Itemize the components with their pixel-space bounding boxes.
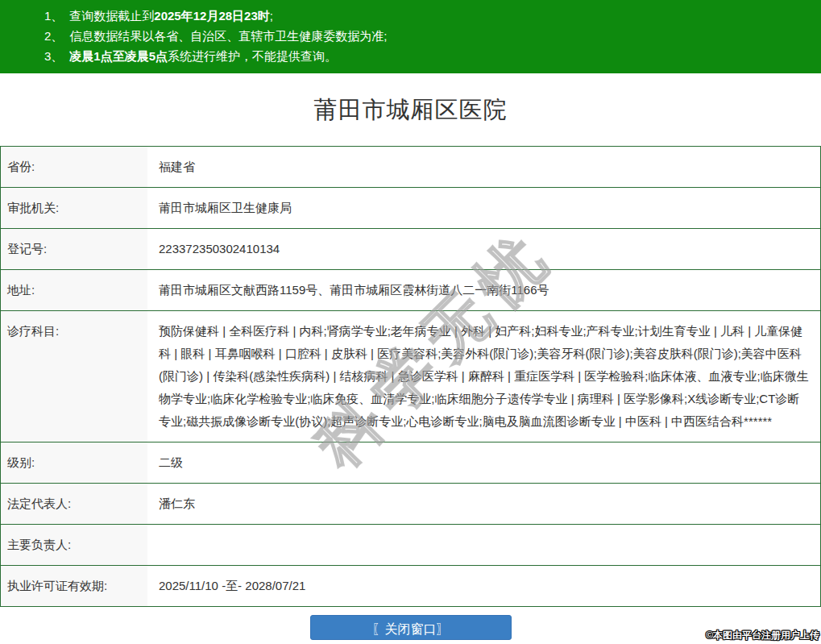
notice-line-bold: 凌晨1点至凌晨5点: [69, 49, 168, 63]
table-row-medical-subjects: 诊疗科目: 预防保健科 | 全科医疗科 | 内科;肾病学专业;老年病专业 | 外…: [1, 311, 821, 442]
row-label: 审批机关:: [1, 188, 148, 229]
row-value: 莆田市城厢区文献西路1159号、莆田市城厢区霞林街道八二一南街1166号: [147, 270, 821, 311]
row-label: 地址:: [1, 270, 148, 311]
table-row-address: 地址: 莆田市城厢区文献西路1159号、莆田市城厢区霞林街道八二一南街1166号: [1, 270, 821, 311]
row-value: 潘仁东: [147, 484, 821, 525]
hospital-info-table: 省份: 福建省 审批机关: 莆田市城厢区卫生健康局 登记号: 223372350…: [0, 146, 821, 607]
table-row-legal-representative: 法定代表人: 潘仁东: [1, 484, 821, 525]
button-row: 〖关闭窗口〗: [0, 615, 821, 640]
row-value: [147, 525, 821, 566]
notice-line-1: 1、查询数据截止到2025年12月28日23时;: [44, 6, 813, 26]
notice-line-number: 1、: [44, 6, 63, 26]
table-row-approval-authority: 审批机关: 莆田市城厢区卫生健康局: [1, 188, 821, 229]
row-label: 级别:: [1, 442, 148, 484]
notice-line-tail: 系统进行维护，不能提供查询。: [168, 49, 337, 63]
row-label: 诊疗科目:: [1, 311, 148, 442]
notice-banner: 1、查询数据截止到2025年12月28日23时; 2、信息数据结果以各省、自治区…: [0, 0, 821, 73]
row-label: 法定代表人:: [1, 484, 148, 525]
row-value: 2025/11/10 -至- 2028/07/21: [147, 566, 821, 607]
table-row-registration-number: 登记号: 223372350302410134: [1, 229, 821, 270]
page-title: 莆田市城厢区医院: [0, 94, 821, 127]
upload-note: ©本图由平台注册用户上传: [706, 629, 819, 642]
notice-line-tail: ;: [270, 9, 273, 23]
close-window-button[interactable]: 〖关闭窗口〗: [310, 615, 512, 640]
table-row-province: 省份: 福建省: [1, 147, 821, 188]
table-row-level: 级别: 二级: [1, 442, 821, 484]
notice-line-text: 查询数据截止到: [69, 9, 154, 23]
row-label: 登记号:: [1, 229, 148, 270]
row-label: 执业许可证有效期:: [1, 566, 148, 607]
table-row-main-person-in-charge: 主要负责人:: [1, 525, 821, 566]
notice-line-text: 信息数据结果以各省、自治区、直辖市卫生健康委数据为准;: [69, 29, 387, 43]
row-value: 预防保健科 | 全科医疗科 | 内科;肾病学专业;老年病专业 | 外科 | 妇产…: [147, 311, 821, 442]
row-label: 主要负责人:: [1, 525, 148, 566]
notice-line-bold: 2025年12月28日23时: [154, 9, 269, 23]
row-value: 莆田市城厢区卫生健康局: [147, 188, 821, 229]
table-row-license-validity: 执业许可证有效期: 2025/11/10 -至- 2028/07/21: [1, 566, 821, 607]
row-value: 二级: [147, 442, 821, 484]
notice-line-number: 3、: [44, 46, 63, 66]
notice-line-number: 2、: [44, 26, 63, 46]
row-label: 省份:: [1, 147, 148, 188]
row-value: 223372350302410134: [147, 229, 821, 270]
notice-line-3: 3、凌晨1点至凌晨5点系统进行维护，不能提供查询。: [44, 46, 813, 66]
notice-line-2: 2、信息数据结果以各省、自治区、直辖市卫生健康委数据为准;: [44, 26, 813, 46]
row-value: 福建省: [147, 147, 821, 188]
